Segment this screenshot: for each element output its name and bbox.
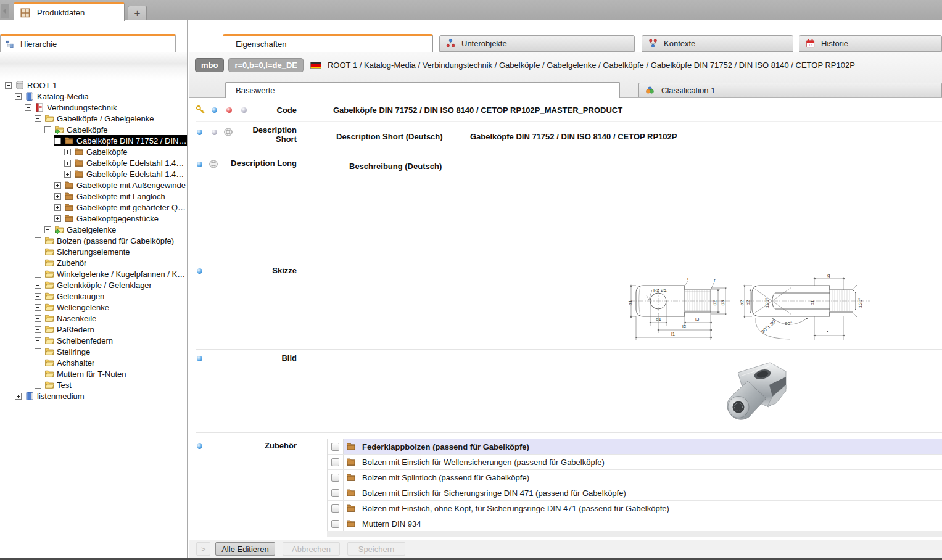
expand-icon[interactable] [54, 182, 61, 189]
flag-germany-icon [310, 62, 321, 69]
tree-node[interactable]: Gelenkaugen [0, 290, 187, 302]
expand-icon[interactable] [64, 149, 71, 155]
technical-drawing[interactable]: a1 Rz 25. r r d1 d2 d3 l3 l2 l1 g a2 b2 … [626, 261, 873, 345]
tab-historie[interactable]: Historie [799, 35, 942, 52]
tree-node[interactable]: Verbindungstechnik [0, 102, 187, 113]
list-item[interactable]: Bolzen mit Einstich für Wellensicherunge… [328, 455, 942, 470]
list-item[interactable]: Muttern DIN 934 [328, 516, 942, 532]
tab-produktdaten[interactable]: Produktdaten [14, 2, 125, 21]
tree-node[interactable]: Gabelköpfe [0, 124, 187, 135]
collapse-icon[interactable] [54, 138, 61, 144]
tree-node[interactable]: Winkelgelenke / Kugelpfannen / Kuge... [0, 268, 187, 279]
expand-icon[interactable] [35, 326, 41, 333]
tree-node[interactable]: Gabelköpfe [0, 146, 187, 157]
tree-node[interactable]: Gabelköpfe mit Außengewinde [0, 179, 187, 191]
expand-icon[interactable] [15, 393, 22, 400]
tab-eigenschaften[interactable]: Eigenschaften [223, 34, 433, 52]
tree-node[interactable]: Gabelköpfe Edelstahl 1.4404 [0, 168, 187, 179]
checkbox[interactable] [331, 489, 339, 497]
tree-node[interactable]: Paßfedern [0, 324, 187, 335]
tab-kontexte[interactable]: Kontexte [642, 35, 793, 52]
skizze-label: Skizze [222, 266, 297, 275]
tree-node[interactable]: Gabelkopfgegenstücke [0, 213, 187, 224]
expand-icon[interactable] [54, 193, 61, 200]
next-button[interactable]: > [196, 542, 210, 556]
tree-node[interactable]: Test [0, 379, 187, 390]
expand-icon[interactable] [54, 215, 61, 222]
tree-node[interactable]: Wellengelenke [0, 302, 187, 313]
expand-icon[interactable] [35, 360, 41, 366]
new-tab-button[interactable]: + [128, 6, 147, 20]
expand-icon[interactable] [35, 282, 41, 289]
expand-icon[interactable] [64, 160, 71, 167]
expand-icon[interactable] [35, 348, 41, 355]
checkbox[interactable] [331, 458, 339, 466]
tab-unterobjekte[interactable]: Unterobjekte [439, 35, 635, 52]
tree-node[interactable]: Gabelköpfe Edelstahl 1.4305 [0, 157, 187, 168]
list-item[interactable]: Bolzen mit Splintloch (passend für Gabel… [328, 470, 942, 485]
tree-node-selected[interactable]: Gabelköpfe DIN 71752 / DIN IS... [0, 135, 187, 146]
expand-icon[interactable] [35, 237, 41, 244]
collapse-icon[interactable] [25, 104, 31, 111]
blue-dot-icon [197, 356, 202, 361]
collapse-icon[interactable] [35, 115, 41, 122]
tree-node[interactable]: ROOT 1 [0, 80, 187, 91]
tree-node[interactable]: Zubehör [0, 257, 187, 268]
panel-splitter[interactable] [187, 20, 188, 558]
tree-node[interactable]: Gabelköpfe mit Langloch [0, 191, 187, 202]
tree-node[interactable]: Scheibenfedern [0, 335, 187, 346]
tree-node[interactable]: Stellringe [0, 346, 187, 357]
checkbox[interactable] [331, 443, 339, 451]
tree-node[interactable]: Gabelgelenke [0, 224, 187, 235]
list-item[interactable]: Federklappbolzen (passend für Gabelköpfe… [328, 439, 942, 455]
tree-node[interactable]: Gabelköpfe / Gabelgelenke [0, 113, 187, 124]
tree-node[interactable]: Nasenkeile [0, 313, 187, 324]
expand-icon[interactable] [35, 293, 41, 300]
collapse-icon[interactable] [44, 126, 51, 133]
blue-dot-icon [197, 443, 202, 449]
expand-icon[interactable] [35, 249, 41, 255]
tab-hierarchie[interactable]: Hierarchie [0, 34, 176, 52]
expand-icon[interactable] [35, 337, 41, 344]
tree-node[interactable]: Achshalter [0, 357, 187, 368]
tree-node[interactable]: Sicherungselemente [0, 246, 187, 257]
checkbox[interactable] [331, 504, 339, 513]
product-image[interactable] [709, 358, 791, 429]
tree-node[interactable]: Bolzen (passend für Gabelköpfe) [0, 235, 187, 246]
expand-icon[interactable] [35, 382, 41, 389]
description-short-value[interactable]: Gabelköpfe DIN 71752 / DIN ISO 8140 / CE… [470, 132, 677, 141]
expand-icon[interactable] [64, 171, 71, 178]
bild-label: Bild [222, 353, 297, 363]
expand-icon[interactable] [35, 315, 41, 322]
tab-hierarchie-label: Hierarchie [20, 39, 57, 49]
checkbox[interactable] [331, 520, 339, 528]
checkbox-cell [328, 516, 344, 531]
folder-icon [44, 358, 54, 368]
expand-icon[interactable] [35, 371, 41, 377]
tree-node[interactable]: Muttern für T-Nuten [0, 368, 187, 379]
list-item[interactable]: Bolzen mit Einstich für Sicherungsringe … [328, 485, 942, 501]
expand-icon[interactable] [35, 271, 41, 278]
svg-text:g: g [827, 273, 830, 278]
expand-icon[interactable] [54, 204, 61, 211]
tree-node[interactable]: listenmedium [0, 390, 187, 401]
tab-scroll-left-icon[interactable] [1, 4, 9, 18]
tab-classification[interactable]: Classification 1 [638, 83, 942, 97]
tree-node[interactable]: Gabelköpfe mit gehärteter Quer... [0, 202, 187, 213]
list-item[interactable]: Bolzen mit Einstich, ohne Kopf, für Sich… [328, 501, 942, 516]
divider [196, 121, 942, 122]
save-button[interactable]: Speichern [347, 542, 405, 556]
expand-icon[interactable] [44, 226, 51, 233]
cancel-button[interactable]: Abbrechen [283, 542, 340, 556]
tree-node[interactable]: Katalog-Media [0, 91, 187, 102]
checkbox[interactable] [331, 474, 339, 482]
expand-icon[interactable] [35, 304, 41, 311]
collapse-icon[interactable] [15, 93, 22, 100]
edit-all-button[interactable]: Alle Editieren [215, 542, 275, 556]
collapse-icon[interactable] [5, 82, 12, 89]
tree-node[interactable]: Gelenkköpfe / Gelenklager [0, 279, 187, 290]
svg-text:l1: l1 [671, 331, 676, 337]
catalog-icon [35, 102, 44, 112]
tab-basiswerte[interactable]: Basiswerte [225, 82, 620, 98]
expand-icon[interactable] [35, 260, 41, 266]
